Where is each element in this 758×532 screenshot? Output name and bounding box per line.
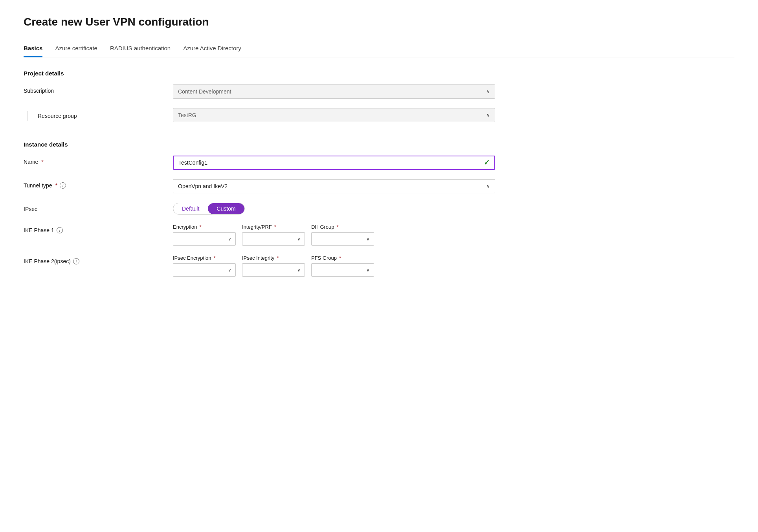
ipsec-toggle-group: Default Custom xyxy=(173,203,245,215)
name-value: TestConfig1 xyxy=(178,160,207,166)
tab-azure-active-directory[interactable]: Azure Active Directory xyxy=(183,41,241,57)
subscription-chevron-icon: ∨ xyxy=(486,89,490,94)
ike-phase2-pfs-label: PFS Group * xyxy=(311,255,374,261)
ike-phase2-pfs-dropdown[interactable]: ∨ xyxy=(311,263,374,277)
ike-phase2-control: IPsec Encryption * ∨ IPsec Integrity * ∨ xyxy=(173,255,495,277)
name-input[interactable]: TestConfig1 ✓ xyxy=(173,156,495,170)
ike-phase1-encryption-col: Encryption * ∨ xyxy=(173,224,236,246)
ike-phase2-row: IKE Phase 2(ipsec) i IPsec Encryption * … xyxy=(24,255,734,277)
tunnel-type-row: Tunnel type * i OpenVpn and IkeV2 ∨ xyxy=(24,179,734,193)
resource-group-value: TestRG xyxy=(178,112,196,118)
ike-phase1-info-icon[interactable]: i xyxy=(57,227,63,233)
ike-phase2-pfs-chevron-icon: ∨ xyxy=(366,267,370,273)
subscription-label: Subscription xyxy=(24,84,173,94)
ipsec-default-button[interactable]: Default xyxy=(173,203,208,214)
tab-azure-certificate[interactable]: Azure certificate xyxy=(55,41,97,57)
ipsec-control: Default Custom xyxy=(173,203,495,215)
ike-phase1-grid: Encryption * ∨ Integrity/PRF * ∨ xyxy=(173,224,495,246)
ike-phase1-label: IKE Phase 1 i xyxy=(24,224,173,233)
tab-bar: Basics Azure certificate RADIUS authenti… xyxy=(24,41,734,57)
ike-phase1-integrity-col: Integrity/PRF * ∨ xyxy=(242,224,305,246)
name-checkmark-icon: ✓ xyxy=(484,158,490,167)
ike-phase1-integrity-dropdown[interactable]: ∨ xyxy=(242,232,305,246)
integrity-required: * xyxy=(274,224,276,230)
resource-group-label: Resource group xyxy=(24,108,173,121)
ipsec-label: IPsec xyxy=(24,203,173,212)
ike-phase1-integrity-chevron-icon: ∨ xyxy=(297,236,301,242)
pfs-required: * xyxy=(339,255,341,261)
ike-phase1-integrity-label: Integrity/PRF * xyxy=(242,224,305,230)
resource-group-control: TestRG ∨ xyxy=(173,108,495,122)
ike-phase1-dh-dropdown[interactable]: ∨ xyxy=(311,232,374,246)
dh-required: * xyxy=(337,224,339,230)
ike-phase2-info-icon[interactable]: i xyxy=(73,258,79,264)
ipsec-custom-button[interactable]: Custom xyxy=(208,203,244,214)
instance-details-heading: Instance details xyxy=(24,141,734,148)
ike-phase2-ipsec-encryption-chevron-icon: ∨ xyxy=(228,267,231,273)
ipsec-encryption-required: * xyxy=(214,255,216,261)
ike-phase1-control: Encryption * ∨ Integrity/PRF * ∨ xyxy=(173,224,495,246)
tunnel-type-label: Tunnel type * i xyxy=(24,179,173,189)
ike-phase1-encryption-dropdown[interactable]: ∨ xyxy=(173,232,236,246)
ike-phase2-ipsec-integrity-label: IPsec Integrity * xyxy=(242,255,305,261)
ike-phase2-ipsec-integrity-dropdown[interactable]: ∨ xyxy=(242,263,305,277)
tunnel-type-value: OpenVpn and IkeV2 xyxy=(178,183,228,189)
ike-phase2-grid: IPsec Encryption * ∨ IPsec Integrity * ∨ xyxy=(173,255,495,277)
ike-phase1-dh-label: DH Group * xyxy=(311,224,374,230)
tunnel-type-dropdown[interactable]: OpenVpn and IkeV2 ∨ xyxy=(173,179,495,193)
page-title: Create new User VPN configuration xyxy=(24,16,734,28)
tab-basics[interactable]: Basics xyxy=(24,41,42,57)
subscription-row: Subscription Content Development ∨ xyxy=(24,84,734,99)
tunnel-type-chevron-icon: ∨ xyxy=(486,183,490,189)
name-row: Name * TestConfig1 ✓ xyxy=(24,156,734,170)
project-details-heading: Project details xyxy=(24,70,734,77)
resource-group-row: Resource group TestRG ∨ xyxy=(24,108,734,122)
name-label: Name * xyxy=(24,156,173,165)
ike-phase1-dh-col: DH Group * ∨ xyxy=(311,224,374,246)
tunnel-type-info-icon[interactable]: i xyxy=(60,182,66,189)
ipsec-row: IPsec Default Custom xyxy=(24,203,734,215)
name-control: TestConfig1 ✓ xyxy=(173,156,495,170)
subscription-control: Content Development ∨ xyxy=(173,84,495,99)
ike-phase2-ipsec-encryption-dropdown[interactable]: ∨ xyxy=(173,263,236,277)
ike-phase1-encryption-label: Encryption * xyxy=(173,224,236,230)
ike-phase2-ipsec-encryption-label: IPsec Encryption * xyxy=(173,255,236,261)
tab-radius-authentication[interactable]: RADIUS authentication xyxy=(110,41,171,57)
resource-group-dropdown[interactable]: TestRG ∨ xyxy=(173,108,495,122)
ike-phase2-ipsec-integrity-chevron-icon: ∨ xyxy=(297,267,301,273)
ike-phase1-dh-chevron-icon: ∨ xyxy=(366,236,370,242)
ike-phase2-pfs-col: PFS Group * ∨ xyxy=(311,255,374,277)
encryption-required: * xyxy=(199,224,201,230)
ike-phase1-row: IKE Phase 1 i Encryption * ∨ Integrity/P… xyxy=(24,224,734,246)
ike-phase2-ipsec-integrity-col: IPsec Integrity * ∨ xyxy=(242,255,305,277)
indent-line xyxy=(28,111,28,121)
tunnel-type-required-marker: * xyxy=(55,182,57,189)
ipsec-integrity-required: * xyxy=(277,255,279,261)
subscription-dropdown[interactable]: Content Development ∨ xyxy=(173,84,495,99)
ike-phase2-ipsec-encryption-col: IPsec Encryption * ∨ xyxy=(173,255,236,277)
ike-phase1-encryption-chevron-icon: ∨ xyxy=(228,236,231,242)
subscription-value: Content Development xyxy=(178,88,231,95)
tunnel-type-control: OpenVpn and IkeV2 ∨ xyxy=(173,179,495,193)
name-required-marker: * xyxy=(41,159,43,165)
resource-group-chevron-icon: ∨ xyxy=(486,112,490,118)
ike-phase2-label: IKE Phase 2(ipsec) i xyxy=(24,255,173,264)
